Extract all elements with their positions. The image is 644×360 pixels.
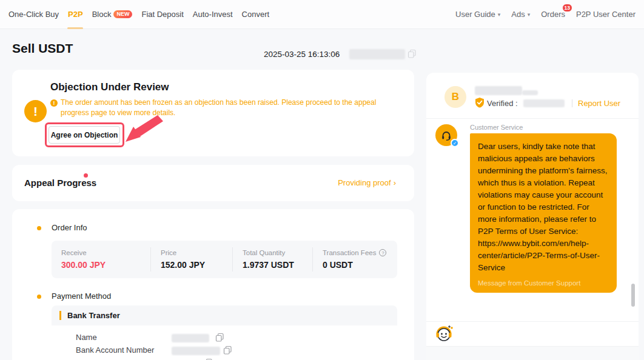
section-bullet: [37, 295, 41, 299]
nav-item-user-guide[interactable]: User Guide ▾: [455, 0, 500, 29]
nav-item-one-click-buy[interactable]: One-Click Buy: [8, 0, 59, 29]
order-info-box: Receive 300.00 JPY Price 152.00 JPY Tota…: [52, 241, 397, 278]
order-info-title: Order Info: [52, 223, 87, 232]
price-value: 152.00 JPY: [161, 260, 232, 270]
ads-label: Ads: [511, 10, 525, 19]
transaction-fees-value: 0 USDT: [323, 260, 397, 270]
user-guide-label: User Guide: [455, 10, 495, 19]
bank-account-number-label: Bank Account Number: [76, 345, 154, 355]
support-bot-icon[interactable]: [435, 325, 453, 343]
report-user-link[interactable]: Report User: [578, 99, 620, 108]
top-nav: One-Click Buy P2P Block NEW Fiat Deposit…: [0, 0, 644, 29]
order-id-redacted: [349, 49, 405, 59]
customer-service-avatar: ✓: [435, 124, 457, 146]
payment-method-title: Payment Method: [52, 292, 111, 301]
bank-transfer-label: Bank Transfer: [67, 311, 120, 320]
annotation-arrow-icon: [125, 114, 164, 144]
nav-item-block[interactable]: Block NEW: [92, 0, 133, 29]
bank-transfer-header: Bank Transfer: [52, 305, 397, 325]
transaction-fees-label: Transaction Fees: [323, 249, 376, 256]
notification-dot: [84, 173, 88, 178]
order-field-transaction-fees: Transaction Fees ? 0 USDT: [312, 247, 397, 272]
nav-item-orders[interactable]: Orders 13: [541, 0, 565, 29]
account-value-redacted: [172, 347, 220, 355]
chat-input-area[interactable]: [426, 347, 639, 360]
divider: [426, 118, 639, 119]
name-label: Name: [76, 333, 97, 342]
receive-value: 300.00 JPY: [61, 260, 150, 270]
copy-account-icon[interactable]: [223, 345, 232, 355]
verified-value-redacted: [523, 99, 565, 107]
chat-scrollbar[interactable]: [631, 284, 635, 307]
verified-label: Verified :: [487, 99, 518, 108]
warning-icon: !: [24, 100, 47, 122]
order-timestamp: 2025-03-25 16:13:06: [264, 50, 340, 59]
counterparty-avatar: B: [444, 86, 466, 108]
payment-row-account: Bank Account Number: [76, 345, 154, 355]
objection-card: ! Objection Under Review ! The order amo…: [12, 70, 414, 156]
nav-left: One-Click Buy P2P Block NEW Fiat Deposit…: [8, 0, 278, 29]
nav-item-block-label: Block: [92, 10, 112, 19]
copy-order-id-icon[interactable]: [408, 49, 417, 58]
price-label: Price: [161, 249, 232, 256]
counterparty-name-redacted: [522, 90, 538, 95]
page-title: Sell USDT: [12, 41, 73, 56]
providing-proof-link[interactable]: Providing proof›: [338, 178, 396, 187]
agree-on-objection-button[interactable]: Agree on Objection: [49, 126, 120, 144]
chat-message-footer: Message from Customer Support: [478, 279, 609, 287]
accent-bar: [59, 311, 61, 320]
alert-icon: !: [50, 99, 58, 107]
nav-item-ads[interactable]: Ads ▾: [511, 0, 530, 29]
appeal-progress-title: Appeal Progress: [24, 178, 96, 188]
section-bullet: [37, 226, 41, 230]
order-field-price: Price 152.00 JPY: [150, 247, 232, 272]
caret-down-icon: ▾: [498, 12, 501, 18]
nav-item-auto-invest[interactable]: Auto-Invest: [193, 0, 233, 29]
total-quantity-value: 1.9737 USDT: [243, 260, 312, 270]
nav-item-p2p-user-center[interactable]: P2P User Center: [576, 0, 636, 29]
new-badge: NEW: [113, 10, 132, 18]
copy-name-icon[interactable]: [215, 333, 224, 342]
nav-item-convert[interactable]: Convert: [242, 0, 270, 29]
counterparty-name-redacted: [475, 86, 522, 95]
order-field-receive: Receive 300.00 JPY: [52, 247, 150, 272]
total-quantity-label: Total Quantity: [243, 249, 312, 256]
nav-item-fiat-deposit[interactable]: Fiat Deposit: [141, 0, 183, 29]
order-field-total-quantity: Total Quantity 1.9737 USDT: [232, 247, 312, 272]
objection-warning-text: The order amount has been frozen as an o…: [61, 98, 404, 118]
verified-shield-icon: [475, 98, 485, 108]
chat-message-text: Dear users, kindly take note that malici…: [478, 141, 609, 274]
payment-row-name: Name: [76, 333, 97, 342]
customer-service-label: Customer Service: [470, 124, 523, 131]
headset-icon: [440, 129, 452, 141]
chat-message-bubble: Dear users, kindly take note that malici…: [470, 133, 617, 293]
divider: [572, 99, 572, 107]
help-icon[interactable]: ?: [379, 249, 386, 256]
verified-check-badge: ✓: [451, 139, 459, 147]
divider: [426, 321, 639, 322]
chat-panel: B Verified : Report User ✓ Customer Serv…: [426, 73, 639, 360]
nav-item-p2p[interactable]: P2P: [68, 0, 83, 29]
name-value-redacted: [172, 334, 209, 342]
nav-right: User Guide ▾ Ads ▾ Orders 13 P2P User Ce…: [444, 0, 636, 29]
order-details-card: Order Info Receive 300.00 JPY Price 152.…: [12, 209, 414, 360]
receive-label: Receive: [61, 249, 150, 256]
appeal-progress-card: Appeal Progress Providing proof›: [12, 165, 414, 201]
orders-count-badge: 13: [562, 4, 572, 12]
providing-proof-label: Providing proof: [338, 178, 391, 187]
objection-title: Objection Under Review: [50, 81, 169, 93]
orders-label: Orders: [541, 10, 565, 19]
chevron-right-icon: ›: [394, 178, 396, 187]
caret-down-icon: ▾: [528, 12, 531, 18]
